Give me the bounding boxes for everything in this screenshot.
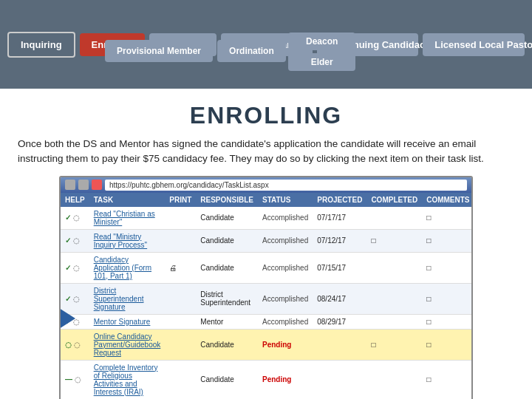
cell-check: ✓ ◌ — [61, 207, 89, 230]
col-print: PRINT — [165, 193, 196, 207]
titlebar-maximize[interactable] — [78, 180, 89, 190]
table-row: ✓ ◌ Read "Christian as Minister" Candida… — [61, 207, 471, 230]
highlight-arrow — [61, 305, 75, 332]
sub-nav-row: Provisional Member Ordination — [105, 40, 286, 62]
cell-comments: □ — [422, 229, 471, 252]
cell-task[interactable]: District Superintendent Signature — [89, 283, 166, 314]
cell-completed — [366, 314, 422, 329]
cell-print — [165, 314, 196, 329]
cell-task[interactable]: Complete Inventory of Religious Activiti… — [89, 360, 166, 399]
cell-task[interactable]: Read "Ministry Inquiry Process" — [89, 229, 166, 252]
cell-responsible: Candidate — [196, 252, 258, 283]
nav-item-elder[interactable]: Elder — [288, 53, 355, 71]
table-row: ✓ ◌ Read "Ministry Inquiry Process" Cand… — [61, 229, 471, 252]
cell-comments: □ — [422, 207, 471, 230]
col-help: HELP — [61, 193, 89, 207]
titlebar-minimize[interactable] — [65, 180, 75, 190]
cell-task[interactable]: Online Candidacy Payment/Guidebook Reque… — [89, 329, 166, 360]
cell-responsible: Candidate — [196, 207, 258, 230]
cell-responsible: Candidate — [196, 329, 258, 360]
task-list-screenshot: https://puhtc.gbhem.org/candidacy/TaskLi… — [59, 176, 473, 400]
cell-status: Accomplished — [258, 229, 313, 252]
table-wrapper: HELP TASK PRINT RESPONSIBLE STATUS PROJE… — [61, 193, 471, 400]
cell-print — [165, 229, 196, 252]
nav-item-ordination[interactable]: Ordination — [217, 40, 286, 62]
table-row: ✓ ◌ District Superintendent Signature Di… — [61, 283, 471, 314]
nav-item-licensed-local-pastor[interactable]: Licensed Local Pastor — [423, 33, 525, 56]
cell-completed — [366, 252, 422, 283]
table-row: — ◌ Complete Inventory of Religious Acti… — [61, 360, 471, 399]
nav-item-deacon[interactable]: Deacon — [288, 33, 355, 50]
cell-status: Accomplished — [258, 207, 313, 230]
col-task: TASK — [89, 193, 166, 207]
titlebar-close[interactable] — [92, 180, 102, 190]
cell-completed: □ — [366, 329, 422, 360]
task-table: HELP TASK PRINT RESPONSIBLE STATUS PROJE… — [61, 193, 471, 400]
cell-comments: □ — [422, 283, 471, 314]
cell-projected: 07/12/17 — [313, 229, 366, 252]
cell-print — [165, 360, 196, 399]
cell-projected: 07/15/17 — [313, 252, 366, 283]
col-completed: COMPLETED — [366, 193, 422, 207]
cell-comments: □ — [422, 329, 471, 360]
cell-status: Accomplished — [258, 314, 313, 329]
cell-comments: □ — [422, 360, 471, 399]
cell-print — [165, 329, 196, 360]
cell-responsible: Mentor — [196, 314, 258, 329]
cell-projected: 08/24/17 — [313, 283, 366, 314]
browser-titlebar: https://puhtc.gbhem.org/candidacy/TaskLi… — [61, 177, 471, 193]
browser-url[interactable]: https://puhtc.gbhem.org/candidacy/TaskLi… — [105, 180, 467, 191]
col-status: STATUS — [258, 193, 313, 207]
cell-completed — [366, 207, 422, 230]
cell-task[interactable]: Mentor Signature — [89, 314, 166, 329]
cell-projected — [313, 329, 366, 360]
cell-projected — [313, 360, 366, 399]
table-row: ✓ ◌ Mentor Signature Mentor Accomplished… — [61, 314, 471, 329]
table-header-row: HELP TASK PRINT RESPONSIBLE STATUS PROJE… — [61, 193, 471, 207]
table-container: HELP TASK PRINT RESPONSIBLE STATUS PROJE… — [61, 193, 471, 400]
deacon-elder-stack: Deacon Elder — [288, 33, 355, 71]
cell-responsible: District Superintendent — [196, 283, 258, 314]
main-content: ENROLLING Once both the DS and Mentor ha… — [0, 89, 532, 399]
nav-bar: Inquiring Enrolling Declaring Certified … — [0, 0, 532, 89]
cell-completed — [366, 283, 422, 314]
cell-comments: □ — [422, 252, 471, 283]
section-description: Once both the DS and Mentor has signed t… — [18, 137, 514, 167]
cell-completed: □ — [366, 229, 422, 252]
cell-status: Accomplished — [258, 252, 313, 283]
col-projected: PROJECTED — [313, 193, 366, 207]
cell-task[interactable]: Read "Christian as Minister" — [89, 207, 166, 230]
table-row: ✓ ◌ Candidacy Application (Form 101, Par… — [61, 252, 471, 283]
cell-task[interactable]: Candidacy Application (Form 101, Part 1) — [89, 252, 166, 283]
cell-check: ◌ ◌ — [61, 329, 89, 360]
nav-item-inquiring[interactable]: Inquiring — [7, 32, 75, 58]
cell-status: Pending — [258, 329, 313, 360]
cell-comments: □ — [422, 314, 471, 329]
cell-print — [165, 283, 196, 314]
cell-print — [165, 207, 196, 230]
cell-responsible: Candidate — [196, 360, 258, 399]
task-table-body: ✓ ◌ Read "Christian as Minister" Candida… — [61, 207, 471, 400]
col-responsible: RESPONSIBLE — [196, 193, 258, 207]
cell-projected: 07/17/17 — [313, 207, 366, 230]
cell-check: ✓ ◌ — [61, 252, 89, 283]
table-row: ◌ ◌ Online Candidacy Payment/Guidebook R… — [61, 329, 471, 360]
cell-projected: 08/29/17 — [313, 314, 366, 329]
cell-print: 🖨 — [165, 252, 196, 283]
cell-check: ✓ ◌ — [61, 229, 89, 252]
col-comments: COMMENTS — [422, 193, 471, 207]
cell-completed — [366, 360, 422, 399]
section-title: ENROLLING — [18, 102, 514, 129]
cell-status: Pending — [258, 360, 313, 399]
cell-status: Accomplished — [258, 283, 313, 314]
cell-check: — ◌ — [61, 360, 89, 399]
nav-item-provisional-member[interactable]: Provisional Member — [105, 40, 213, 62]
cell-responsible: Candidate — [196, 229, 258, 252]
